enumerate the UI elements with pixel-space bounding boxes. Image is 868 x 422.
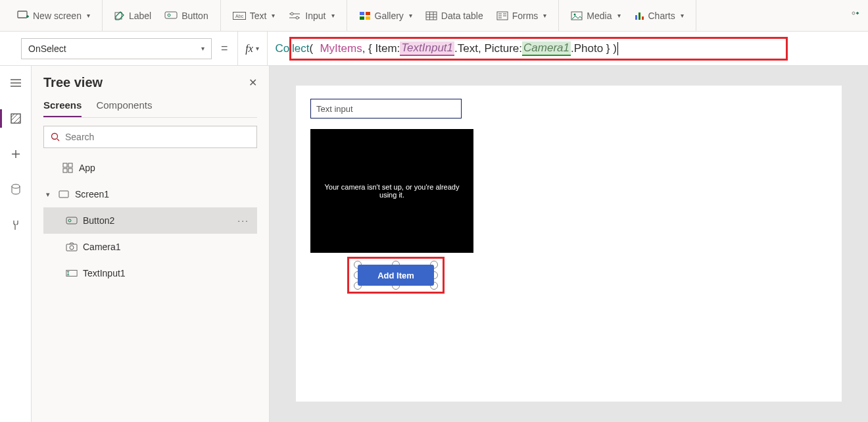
close-icon[interactable]: ✕ — [249, 76, 257, 89]
selection-handles: Add Item — [354, 261, 438, 290]
ribbon: New screen ▾ Label Button Abc Text ▾ — [0, 0, 868, 32]
insert-button-button[interactable]: Button — [160, 8, 212, 24]
ribbon-overflow-icon[interactable] — [851, 11, 863, 21]
insert-text-label: Text — [250, 11, 267, 21]
tree-item-label: Screen1 — [75, 189, 109, 199]
svg-rect-16 — [635, 15, 637, 20]
tab-components[interactable]: Components — [96, 99, 152, 117]
svg-rect-0 — [18, 11, 27, 18]
property-name: OnSelect — [28, 43, 66, 54]
tree-item-app[interactable]: App — [43, 155, 257, 181]
formula-bar: OnSelect ▾ = fx ▾ Collect( MyItems, { It… — [0, 32, 868, 66]
svg-point-22 — [12, 184, 20, 188]
datatable-icon — [425, 11, 437, 20]
chevron-down-icon[interactable]: ▾ — [43, 190, 53, 199]
formula-collection: MyItems — [320, 42, 362, 55]
tree-item-screen1[interactable]: ▾ Screen1 — [43, 181, 257, 207]
insert-forms-button[interactable]: Forms ▾ — [493, 8, 551, 24]
chevron-down-icon: ▾ — [409, 12, 412, 19]
button-face[interactable]: Add Item — [358, 265, 434, 286]
insert-label-text: Label — [129, 11, 151, 21]
new-screen-label: New screen — [33, 11, 82, 21]
camera-icon — [66, 242, 78, 251]
tree-view-title: Tree view — [43, 75, 103, 90]
svg-point-7 — [296, 16, 299, 19]
rail-treeview-icon[interactable] — [5, 108, 26, 129]
svg-point-6 — [291, 13, 293, 15]
control-textinput[interactable]: Text input — [310, 99, 462, 119]
insert-gallery-button[interactable]: Gallery ▾ — [355, 8, 416, 24]
canvas-screen[interactable]: Text input Your camera isn't set up, or … — [296, 86, 842, 402]
insert-datatable-button[interactable]: Data table — [422, 8, 487, 24]
tab-screens[interactable]: Screens — [43, 99, 82, 117]
screen-plus-icon — [17, 11, 29, 21]
chevron-down-icon: ▾ — [617, 12, 621, 19]
more-icon[interactable]: ··· — [237, 215, 249, 226]
insert-button-text: Button — [181, 11, 208, 21]
insert-gallery-label: Gallery — [375, 11, 404, 21]
svg-rect-17 — [639, 13, 640, 20]
camera-message: Your camera isn't set up, or you're alre… — [317, 183, 467, 199]
rail-tools-icon[interactable] — [5, 215, 26, 236]
button-icon — [164, 11, 178, 20]
insert-charts-label: Charts — [648, 11, 675, 21]
insert-label-button[interactable]: Label — [110, 8, 155, 24]
svg-rect-9 — [366, 12, 370, 15]
formula-input[interactable]: Collect( MyItems, { Item: TextInput1.Tex… — [268, 32, 868, 66]
charts-icon — [634, 11, 644, 20]
text-abc-icon: Abc — [233, 12, 246, 20]
svg-point-32 — [70, 246, 74, 250]
svg-rect-2 — [165, 12, 177, 18]
formula-var-camera: Camera1 — [522, 41, 571, 56]
equals-sign: = — [212, 41, 237, 55]
svg-rect-18 — [642, 16, 644, 20]
chevron-down-icon: ▾ — [543, 12, 546, 19]
button-icon — [66, 217, 78, 224]
svg-rect-26 — [63, 169, 67, 172]
tree-item-label: Camera1 — [83, 242, 121, 252]
property-selector[interactable]: OnSelect ▾ — [21, 38, 212, 59]
svg-text:Abc: Abc — [235, 13, 244, 18]
new-screen-button[interactable]: New screen ▾ — [13, 8, 94, 24]
main-area: Tree view ✕ Screens Components App ▾ — [0, 66, 868, 422]
chevron-down-icon: ▾ — [87, 12, 90, 19]
tree-tabs: Screens Components — [43, 99, 257, 118]
media-image-icon — [571, 11, 583, 20]
text-cursor — [617, 42, 618, 55]
search-icon — [51, 132, 60, 142]
control-camera[interactable]: Your camera isn't set up, or you're alre… — [310, 129, 473, 253]
canvas-area: Text input Your camera isn't set up, or … — [270, 66, 868, 422]
svg-rect-10 — [360, 16, 364, 20]
insert-media-button[interactable]: Media ▾ — [567, 8, 624, 24]
insert-text-button[interactable]: Abc Text ▾ — [229, 8, 279, 24]
app-grid-icon — [62, 163, 74, 173]
formula-fn: Collect — [276, 42, 310, 55]
tree-search[interactable] — [43, 126, 257, 148]
label-edit-icon — [114, 11, 125, 21]
svg-point-3 — [168, 14, 170, 16]
insert-charts-button[interactable]: Charts ▾ — [630, 8, 688, 24]
rail-insert-icon[interactable] — [5, 144, 26, 165]
tree-item-button2[interactable]: Button2 ··· — [43, 207, 257, 234]
tree-search-input[interactable] — [65, 132, 250, 142]
svg-rect-24 — [63, 163, 67, 167]
chevron-down-icon: ▾ — [272, 12, 275, 19]
tree-item-label: Button2 — [83, 215, 114, 226]
fx-button[interactable]: fx ▾ — [237, 32, 268, 66]
gallery-icon — [359, 11, 371, 20]
control-button-selected[interactable]: Add Item — [358, 265, 434, 286]
input-slider-icon — [288, 11, 301, 20]
rail-data-icon[interactable] — [5, 179, 26, 200]
svg-point-23 — [52, 134, 58, 140]
chevron-down-icon: ▾ — [681, 12, 684, 19]
insert-input-button[interactable]: Input ▾ — [284, 8, 338, 24]
tree-item-camera1[interactable]: Camera1 — [43, 234, 257, 260]
insert-forms-label: Forms — [512, 11, 539, 21]
tree-view-panel: Tree view ✕ Screens Components App ▾ — [32, 66, 270, 422]
chevron-down-icon: ▾ — [331, 12, 335, 19]
rail-hamburger-icon[interactable] — [5, 72, 26, 93]
formula-prop1: .Text, Picture: — [454, 42, 522, 55]
button-label: Add Item — [377, 271, 414, 280]
svg-point-19 — [852, 12, 855, 14]
tree-item-textinput1[interactable]: TextInput1 — [43, 260, 257, 286]
